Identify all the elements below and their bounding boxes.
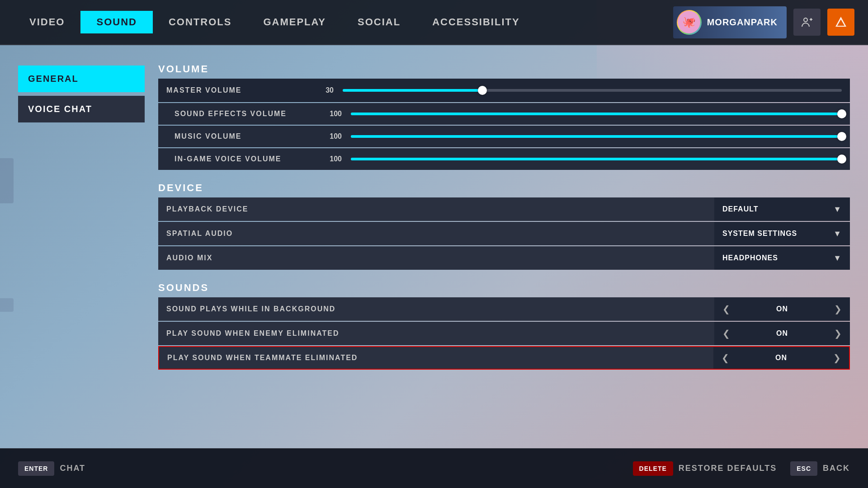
teammate-elim-control: ❮ ON ❯	[713, 347, 849, 369]
teammate-elim-label: PLAY SOUND WHEN TEAMMATE ELIMINATED	[159, 354, 713, 362]
friend-icon	[801, 16, 813, 28]
enemy-elim-control: ❮ ON ❯	[714, 322, 850, 345]
sounds-title: SOUNDS	[158, 282, 850, 294]
sfx-volume-track[interactable]	[351, 113, 842, 115]
sounds-group: SOUND PLAYS WHILE IN BACKGROUND ❮ ON ❯ P…	[158, 297, 850, 371]
tab-accessibility[interactable]: ACCESSIBILITY	[416, 12, 535, 33]
music-volume-value: 100	[319, 132, 342, 141]
audio-mix-value: HEADPHONES	[722, 254, 778, 262]
master-volume-track[interactable]	[343, 89, 842, 92]
spatial-audio-label: SPATIAL AUDIO	[158, 230, 714, 238]
voice-volume-thumb[interactable]	[837, 155, 846, 164]
music-volume-label: MUSIC VOLUME	[175, 132, 319, 141]
spatial-audio-value: SYSTEM SETTINGS	[722, 230, 797, 238]
teammate-elim-value: ON	[775, 354, 787, 362]
audio-mix-row: AUDIO MIX HEADPHONES ▼	[158, 246, 850, 270]
sfx-volume-thumb[interactable]	[837, 109, 846, 118]
sidebar-item-voice-chat[interactable]: VOICE CHAT	[18, 96, 145, 122]
master-volume-thumb[interactable]	[478, 86, 487, 95]
sfx-volume-label: SOUND EFFECTS VOLUME	[175, 110, 319, 118]
teammate-elim-row: PLAY SOUND WHEN TEAMMATE ELIMINATED ❮ ON…	[158, 346, 850, 370]
bottom-bar: ENTER CHAT DELETE RESTORE DEFAULTS ESC B…	[0, 448, 868, 488]
background-sound-label: SOUND PLAYS WHILE IN BACKGROUND	[158, 305, 714, 313]
user-area: 🐙 MORGANPARK	[673, 6, 854, 38]
nav-tabs: VIDEO SOUND CONTROLS GAMEPLAY SOCIAL ACC…	[14, 11, 673, 33]
background-sound-value: ON	[776, 305, 788, 313]
tab-video[interactable]: VIDEO	[14, 12, 80, 33]
playback-chevron-icon: ▼	[833, 205, 842, 214]
voice-volume-fill	[351, 158, 842, 160]
svg-point-0	[804, 18, 807, 22]
enemy-elim-prev[interactable]: ❮	[722, 328, 730, 339]
spatial-audio-row: SPATIAL AUDIO SYSTEM SETTINGS ▼	[158, 222, 850, 245]
tab-social[interactable]: SOCIAL	[342, 12, 416, 33]
enter-key-badge: ENTER	[18, 461, 54, 476]
volume-section: VOLUME MASTER VOLUME 30 SOUND EFFECTS VO…	[158, 63, 850, 171]
spatial-audio-chevron-icon: ▼	[833, 229, 842, 239]
device-title: DEVICE	[158, 182, 850, 194]
volume-title: VOLUME	[158, 63, 850, 75]
master-volume-fill	[343, 89, 482, 92]
music-volume-thumb[interactable]	[837, 132, 846, 141]
sfx-volume-row: SOUND EFFECTS VOLUME 100	[158, 103, 850, 125]
master-volume-value: 30	[311, 86, 334, 94]
tab-sound[interactable]: SOUND	[80, 11, 152, 33]
right-actions: DELETE RESTORE DEFAULTS ESC BACK	[633, 461, 850, 476]
device-group: PLAYBACK DEVICE DEFAULT ▼ SPATIAL AUDIO …	[158, 197, 850, 271]
valorant-icon	[835, 16, 847, 28]
tab-gameplay[interactable]: GAMEPLAY	[247, 12, 342, 33]
spatial-audio-select[interactable]: SYSTEM SETTINGS ▼	[714, 222, 850, 245]
music-volume-track[interactable]	[351, 135, 842, 138]
valorant-icon-button[interactable]	[827, 9, 854, 36]
master-volume-label: MASTER VOLUME	[166, 86, 311, 94]
username-label: MORGANPARK	[707, 17, 778, 28]
voice-volume-value: 100	[319, 155, 342, 163]
avatar: 🐙	[677, 10, 702, 35]
music-volume-fill	[351, 135, 842, 138]
background-sound-prev[interactable]: ❮	[722, 304, 730, 314]
sidebar: GENERAL VOICE CHAT	[18, 59, 145, 438]
playback-device-row: PLAYBACK DEVICE DEFAULT ▼	[158, 197, 850, 221]
esc-key-badge: ESC	[790, 461, 817, 476]
back-action: ESC BACK	[790, 461, 850, 476]
main-content: GENERAL VOICE CHAT VOLUME MASTER VOLUME …	[0, 50, 868, 447]
voice-volume-row: IN-GAME VOICE VOLUME 100	[158, 148, 850, 170]
playback-device-select[interactable]: DEFAULT ▼	[714, 197, 850, 221]
restore-defaults-action: DELETE RESTORE DEFAULTS	[633, 461, 777, 476]
master-volume-row: MASTER VOLUME 30	[158, 79, 850, 102]
voice-volume-track[interactable]	[351, 158, 842, 160]
enemy-elim-label: PLAY SOUND WHEN ENEMY ELIMINATED	[158, 329, 714, 338]
playback-device-value: DEFAULT	[722, 205, 759, 213]
audio-mix-select[interactable]: HEADPHONES ▼	[714, 246, 850, 270]
delete-key-badge: DELETE	[633, 461, 673, 476]
teammate-elim-prev[interactable]: ❮	[722, 352, 729, 363]
chat-action: ENTER CHAT	[18, 461, 85, 476]
volume-group: MASTER VOLUME 30 SOUND EFFECTS VOLUME 10…	[158, 79, 850, 171]
avatar-image: 🐙	[678, 11, 700, 33]
enemy-elim-row: PLAY SOUND WHEN ENEMY ELIMINATED ❮ ON ❯	[158, 322, 850, 345]
friend-icon-button[interactable]	[793, 9, 821, 36]
tab-controls[interactable]: CONTROLS	[153, 12, 247, 33]
sfx-volume-fill	[351, 113, 842, 115]
sounds-section: SOUNDS SOUND PLAYS WHILE IN BACKGROUND ❮…	[158, 282, 850, 371]
playback-device-label: PLAYBACK DEVICE	[158, 205, 714, 213]
enemy-elim-value: ON	[776, 329, 788, 338]
music-volume-row: MUSIC VOLUME 100	[158, 126, 850, 147]
settings-panel: VOLUME MASTER VOLUME 30 SOUND EFFECTS VO…	[158, 59, 850, 438]
restore-defaults-label: RESTORE DEFAULTS	[679, 464, 777, 473]
background-sound-control: ❮ ON ❯	[714, 297, 850, 321]
device-section: DEVICE PLAYBACK DEVICE DEFAULT ▼ SPATIAL…	[158, 182, 850, 271]
top-nav: VIDEO SOUND CONTROLS GAMEPLAY SOCIAL ACC…	[0, 0, 868, 45]
audio-mix-chevron-icon: ▼	[833, 253, 842, 263]
teammate-elim-next[interactable]: ❯	[833, 352, 841, 363]
sidebar-item-general[interactable]: GENERAL	[18, 66, 145, 92]
enemy-elim-next[interactable]: ❯	[834, 328, 842, 339]
background-sound-next[interactable]: ❯	[834, 304, 842, 314]
voice-volume-label: IN-GAME VOICE VOLUME	[175, 155, 319, 163]
background-sound-row: SOUND PLAYS WHILE IN BACKGROUND ❮ ON ❯	[158, 297, 850, 321]
back-label: BACK	[823, 464, 850, 473]
sfx-volume-value: 100	[319, 110, 342, 118]
audio-mix-label: AUDIO MIX	[158, 254, 714, 262]
user-profile[interactable]: 🐙 MORGANPARK	[673, 6, 787, 38]
chat-label: CHAT	[60, 464, 85, 473]
